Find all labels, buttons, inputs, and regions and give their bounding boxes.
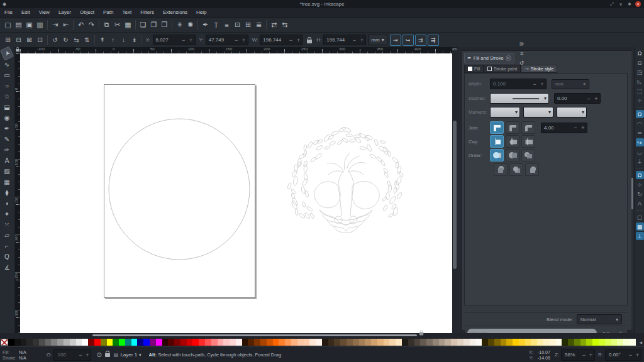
object-opacity-input[interactable]: 100−+ bbox=[53, 349, 91, 361]
horizontal-ruler[interactable]: -100-50050100150200250300350400450 bbox=[20, 47, 452, 53]
layer-select[interactable]: ▤ Layer 1 ▾ bbox=[114, 352, 142, 358]
gradient-tool[interactable]: ▧ bbox=[1, 166, 13, 176]
increment-icon[interactable]: + bbox=[358, 37, 365, 43]
color-swatch[interactable] bbox=[260, 339, 267, 346]
canvas[interactable] bbox=[20, 53, 452, 333]
decrement-icon[interactable]: − bbox=[585, 96, 592, 102]
decrement-icon[interactable]: − bbox=[580, 352, 587, 358]
ruler-corner[interactable] bbox=[15, 47, 20, 53]
menu-path[interactable]: Path bbox=[99, 8, 118, 17]
window-maximize-icon[interactable]: ❖ bbox=[626, 1, 633, 8]
color-swatch[interactable] bbox=[457, 339, 464, 346]
color-swatch[interactable] bbox=[125, 339, 131, 346]
increment-icon[interactable]: + bbox=[592, 96, 600, 102]
color-swatch[interactable] bbox=[137, 339, 143, 346]
tree-of-life-drawing[interactable] bbox=[283, 124, 409, 250]
color-swatch[interactable] bbox=[617, 339, 623, 346]
dash-pattern-select[interactable]: ▾ bbox=[490, 93, 549, 104]
color-swatch[interactable] bbox=[384, 339, 390, 346]
increment-icon[interactable]: + bbox=[634, 352, 641, 358]
color-swatch[interactable] bbox=[21, 339, 27, 346]
window-minimize-icon[interactable]: ∨ bbox=[618, 1, 624, 8]
color-swatch[interactable] bbox=[623, 339, 630, 346]
layers-dialog-icon[interactable]: ≡ bbox=[221, 19, 232, 30]
increment-icon[interactable]: + bbox=[84, 352, 91, 358]
color-swatch[interactable] bbox=[605, 339, 611, 346]
horizontal-scrollbar[interactable] bbox=[0, 333, 644, 337]
menu-edit[interactable]: Edit bbox=[17, 8, 35, 17]
tab-stroke-style[interactable]: ⤑Stroke style bbox=[521, 65, 557, 73]
snap-bbox-icon[interactable]: Ω bbox=[636, 58, 644, 67]
print-icon[interactable]: ▥ bbox=[35, 19, 45, 30]
pencil-tool[interactable]: ✎ bbox=[1, 134, 13, 144]
group-icon[interactable]: ✳ bbox=[174, 19, 185, 30]
snap-enable-icon[interactable]: Ω bbox=[636, 49, 644, 57]
rectangle-tool[interactable]: ▭ bbox=[1, 70, 13, 80]
color-swatch[interactable] bbox=[291, 339, 297, 346]
color-swatch[interactable] bbox=[513, 339, 519, 346]
menu-extensions[interactable]: Extensions bbox=[158, 8, 192, 17]
color-swatch[interactable] bbox=[316, 339, 322, 346]
color-swatch[interactable] bbox=[107, 339, 113, 346]
order-stroke-fill-markers-button[interactable] bbox=[506, 149, 519, 162]
zoom-input[interactable]: 56%−+ bbox=[561, 349, 595, 361]
zoom-tool[interactable]: Q bbox=[1, 251, 13, 261]
color-swatch[interactable] bbox=[525, 339, 531, 346]
menu-layer[interactable]: Layer bbox=[54, 8, 75, 17]
decrement-icon[interactable]: − bbox=[572, 124, 579, 131]
color-swatch[interactable] bbox=[464, 339, 470, 346]
order-fill-markers-stroke-button[interactable] bbox=[494, 163, 508, 176]
color-swatch[interactable] bbox=[192, 339, 199, 346]
color-swatch[interactable] bbox=[76, 339, 82, 346]
color-swatch[interactable] bbox=[408, 339, 414, 346]
increment-icon[interactable]: + bbox=[187, 37, 195, 43]
color-swatch[interactable] bbox=[64, 339, 70, 346]
star-tool[interactable]: ☆ bbox=[1, 91, 13, 101]
tweak-tool[interactable]: ✦ bbox=[1, 209, 13, 219]
color-swatch[interactable] bbox=[39, 339, 45, 346]
color-swatch[interactable] bbox=[353, 339, 359, 346]
color-swatch[interactable] bbox=[70, 339, 76, 346]
color-swatch[interactable] bbox=[101, 339, 107, 346]
x-field-input[interactable]: 6.027−+ bbox=[153, 35, 196, 45]
lower-to-bottom-icon[interactable]: ↡ bbox=[129, 35, 140, 45]
color-swatch[interactable] bbox=[451, 339, 457, 346]
color-swatch[interactable] bbox=[347, 339, 353, 346]
color-swatch[interactable] bbox=[377, 339, 384, 346]
color-swatch[interactable] bbox=[199, 339, 205, 346]
cut-icon[interactable]: ✂ bbox=[112, 19, 123, 30]
connector-tool[interactable]: ⌐ bbox=[1, 241, 13, 251]
snap-bbox-corners-icon[interactable]: ◺ bbox=[636, 77, 644, 85]
color-swatch[interactable] bbox=[168, 339, 174, 346]
snap-guides-icon[interactable]: ⊥ bbox=[636, 232, 644, 240]
color-swatch[interactable] bbox=[365, 339, 371, 346]
tab-stroke-paint[interactable]: Stroke paint bbox=[484, 65, 521, 73]
decrement-icon[interactable]: − bbox=[287, 37, 294, 43]
color-swatch[interactable] bbox=[586, 339, 592, 346]
rotation-input[interactable]: 0.00°−+ bbox=[605, 349, 641, 361]
cap-square-button[interactable] bbox=[521, 135, 535, 148]
h-field-input[interactable]: 196.744−+ bbox=[323, 35, 366, 45]
color-swatch[interactable] bbox=[340, 339, 347, 346]
color-swatch[interactable] bbox=[568, 339, 574, 346]
lower-icon[interactable]: ↓ bbox=[118, 35, 129, 45]
snap-nodes-icon[interactable]: Ω bbox=[636, 110, 644, 118]
color-swatch[interactable] bbox=[599, 339, 605, 346]
scrollbar-lock-icon[interactable] bbox=[419, 332, 423, 336]
color-swatch[interactable] bbox=[205, 339, 211, 346]
color-swatch[interactable] bbox=[94, 339, 101, 346]
scale-stroke-toggle[interactable]: ⇥ bbox=[390, 35, 401, 46]
color-swatch[interactable] bbox=[180, 339, 187, 346]
panel-scrollbar[interactable] bbox=[631, 50, 633, 329]
flip-vertical-icon[interactable]: ⇅ bbox=[82, 35, 92, 45]
snap-path-intersections-icon[interactable]: ⏛ bbox=[636, 129, 644, 137]
decrement-icon[interactable]: − bbox=[180, 37, 187, 43]
menu-help[interactable]: Help bbox=[192, 8, 211, 17]
input-devices-icon[interactable]: ⇆ bbox=[279, 19, 290, 30]
color-swatch[interactable] bbox=[371, 339, 377, 346]
color-swatch[interactable] bbox=[211, 339, 218, 346]
dash-offset-input[interactable]: 0.00 −+ bbox=[554, 93, 601, 104]
join-round-button[interactable] bbox=[506, 121, 519, 134]
align-distribute-dialog-icon[interactable]: ⊪ bbox=[516, 40, 528, 49]
color-swatch[interactable] bbox=[396, 339, 402, 346]
